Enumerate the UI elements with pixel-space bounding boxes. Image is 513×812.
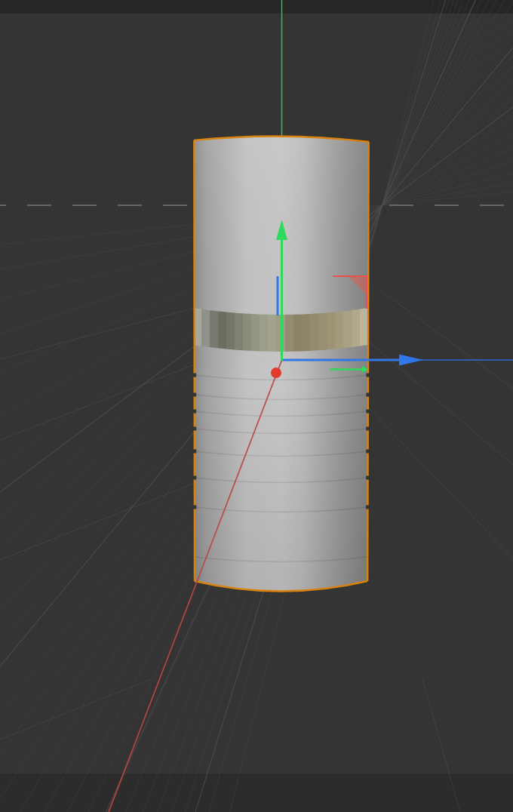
outline-right-edge bbox=[367, 142, 369, 581]
top-bar bbox=[0, 0, 513, 14]
cylinder-shading bbox=[194, 136, 369, 591]
outline-gap bbox=[366, 476, 370, 480]
outline-gap bbox=[366, 427, 370, 431]
3d-viewport-window bbox=[0, 0, 513, 812]
outline-gap bbox=[192, 506, 196, 509]
viewport-canvas[interactable] bbox=[0, 0, 513, 812]
outline-gap bbox=[192, 410, 196, 414]
outline-gap bbox=[192, 476, 196, 480]
outline-gap bbox=[366, 393, 370, 397]
gizmo-origin-dot-red[interactable] bbox=[271, 368, 281, 378]
outline-gap bbox=[192, 374, 196, 377]
outline-gap bbox=[366, 506, 370, 509]
outline-left-edge bbox=[194, 140, 195, 581]
outline-gap bbox=[192, 393, 196, 397]
outline-gap bbox=[192, 450, 196, 454]
outline-gap bbox=[366, 410, 370, 414]
outline-gap bbox=[192, 427, 196, 431]
outline-gap bbox=[366, 450, 370, 454]
outline-gap bbox=[367, 374, 370, 377]
